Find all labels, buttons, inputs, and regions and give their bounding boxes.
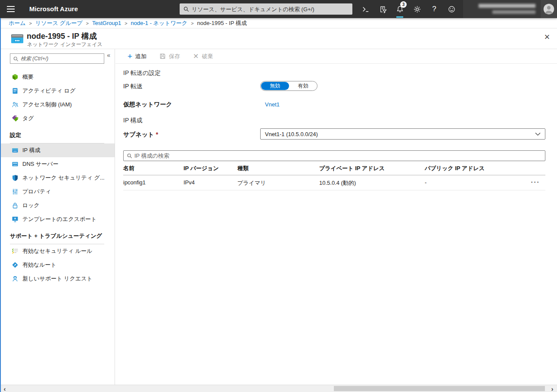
notification-count-badge: 3	[400, 1, 407, 8]
sidebar-item-label: テンプレートのエクスポート	[22, 215, 96, 223]
activity-log-icon	[12, 87, 19, 94]
search-icon	[13, 56, 19, 62]
account-info[interactable]	[463, 0, 541, 18]
sidebar-item-label: アクティビティ ログ	[22, 87, 75, 95]
locks-icon	[12, 202, 19, 209]
sidebar-item-ip-configurations[interactable]: IP 構成	[1, 143, 115, 157]
search-icon	[183, 6, 189, 12]
global-search-input[interactable]	[192, 6, 349, 12]
ipconfig-search-input[interactable]	[134, 152, 542, 159]
sidebar-item-activity-log[interactable]: アクティビティ ログ	[1, 84, 115, 98]
cell-ip-version: IPv4	[184, 179, 195, 186]
notification-active-underline	[396, 16, 403, 18]
effective-routes-icon	[12, 261, 19, 268]
scroll-right-icon[interactable]: ›	[548, 385, 556, 392]
sidebar-item-label: 概要	[22, 73, 34, 81]
column-header-type: 種類	[237, 165, 249, 172]
hamburger-menu-icon[interactable]	[0, 0, 22, 18]
command-bar: + 追加 保存 ✕ 破棄	[115, 49, 557, 64]
feedback-smiley-icon[interactable]	[443, 0, 460, 18]
account-name-redacted	[479, 4, 535, 8]
sidebar-item-access-control-iam[interactable]: アクセス制御 (IAM)	[1, 98, 115, 112]
sidebar-section-support: サポート + トラブルシューティング	[10, 226, 104, 244]
network-interface-icon	[10, 32, 24, 45]
ip-forwarding-toggle: 無効 有効	[260, 81, 317, 91]
subnet-dropdown[interactable]: Vnet1-1 (10.5.0.0/24)	[260, 128, 545, 140]
toggle-enabled-option[interactable]: 有効	[289, 81, 317, 90]
virtual-network-link[interactable]: Vnet1	[265, 101, 280, 108]
ip-forwarding-section-label: IP 転送の設定	[123, 69, 161, 77]
sidebar-section-settings: 設定	[10, 125, 104, 143]
add-button[interactable]: + 追加	[128, 52, 146, 60]
sidebar-item-overview[interactable]: 概要	[1, 70, 115, 84]
ip-configurations-icon	[12, 147, 19, 154]
export-template-icon	[12, 216, 19, 223]
breadcrumb-home[interactable]: ホーム	[9, 19, 26, 27]
sidebar-search-input[interactable]	[21, 56, 101, 62]
notifications-bell-icon[interactable]: 3	[391, 0, 408, 18]
settings-gear-icon[interactable]	[408, 0, 426, 18]
blade-header: node-1995 - IP 構成 ネットワーク インターフェイス ×	[0, 28, 557, 49]
global-search[interactable]	[180, 3, 352, 15]
ip-forwarding-label: IP 転送	[123, 83, 143, 90]
sidebar-item-label: IP 構成	[22, 146, 40, 154]
main-content: + 追加 保存 ✕ 破棄 IP 転送の設定 IP 転送 無効 有効 仮想ネットワ…	[115, 49, 557, 385]
sidebar-item-effective-routes[interactable]: 有効なルート	[1, 258, 115, 272]
save-button[interactable]: 保存	[159, 53, 180, 60]
scroll-left-icon[interactable]: ‹	[1, 385, 9, 392]
help-icon[interactable]: ?	[426, 0, 443, 18]
sidebar-item-locks[interactable]: ロック	[1, 199, 115, 212]
required-asterisk: *	[156, 131, 158, 138]
sidebar-item-new-support-request[interactable]: 新しいサポート リクエスト	[1, 272, 115, 286]
plus-icon: +	[128, 52, 132, 60]
breadcrumb-resource-groups[interactable]: リソース グループ	[35, 19, 82, 27]
sidebar-item-network-security-group[interactable]: ネットワーク セキュリティ グ...	[1, 171, 115, 185]
virtual-network-label: 仮想ネットワーク	[123, 101, 172, 109]
breadcrumb: ホーム > リソース グループ > TestGroup1 > node-1 - …	[0, 18, 557, 28]
network-security-group-icon	[12, 174, 19, 181]
sidebar-item-export-template[interactable]: テンプレートのエクスポート	[1, 212, 115, 226]
column-header-public-ip: パブリック IP アドレス	[425, 165, 485, 172]
effective-security-rules-icon	[12, 248, 19, 255]
sidebar-item-tags[interactable]: タグ	[1, 112, 115, 125]
cell-public-ip: -	[425, 179, 426, 186]
table-row-divider	[123, 190, 545, 190]
sidebar-item-label: 有効なルート	[22, 261, 56, 269]
cell-private-ip: 10.5.0.4 (動的)	[319, 179, 356, 187]
sidebar-search[interactable]	[10, 53, 104, 64]
account-directory-redacted	[492, 10, 535, 14]
breadcrumb-separator: >	[29, 21, 32, 26]
page-title: node-1995 - IP 構成	[27, 31, 97, 41]
sidebar-item-label: DNS サーバー	[22, 160, 59, 168]
directory-filter-icon[interactable]	[374, 0, 391, 18]
breadcrumb-testgroup1[interactable]: TestGroup1	[92, 20, 121, 26]
svg-text:www: www	[13, 164, 17, 166]
breadcrumb-separator: >	[124, 21, 127, 26]
sidebar-item-effective-security-rules[interactable]: 有効なセキュリティ ルール	[1, 244, 115, 258]
breadcrumb-separator: >	[86, 21, 89, 26]
sidebar-item-properties[interactable]: プロパティ	[1, 185, 115, 199]
search-icon	[127, 153, 132, 159]
discard-button[interactable]: ✕ 破棄	[193, 53, 213, 60]
cell-name: ipconfig1	[123, 179, 146, 186]
sidebar-item-dns-servers[interactable]: www DNS サーバー	[1, 157, 115, 171]
discard-x-icon: ✕	[193, 53, 199, 60]
subnet-selected-value: Vnet1-1 (10.5.0.0/24)	[265, 131, 318, 137]
scrollbar-thumb[interactable]	[334, 386, 545, 391]
sidebar-collapse-icon[interactable]: «	[105, 51, 112, 59]
breadcrumb-current: node-1995 - IP 構成	[197, 19, 247, 27]
cell-type: プライマリ	[237, 179, 266, 187]
sidebar-item-label: ネットワーク セキュリティ グ...	[22, 174, 105, 182]
breadcrumb-node1-network[interactable]: node-1 - ネットワーク	[131, 19, 188, 27]
cloud-shell-icon[interactable]	[357, 0, 374, 18]
ipconfig-search[interactable]	[123, 150, 545, 161]
sidebar: « 概要 アクティビティ ログ アクセス制御 (IAM) タグ 設定 IP 構成…	[1, 49, 115, 385]
avatar[interactable]	[541, 0, 557, 18]
toggle-disabled-option[interactable]: 無効	[261, 82, 289, 90]
close-icon[interactable]: ×	[541, 31, 554, 44]
row-context-menu-icon[interactable]: ···	[527, 177, 544, 187]
brand-title: Microsoft Azure	[29, 0, 78, 18]
topbar-icon-group: 3 ?	[357, 0, 460, 18]
horizontal-scrollbar[interactable]: ‹ ›	[0, 385, 557, 392]
column-header-ip-version: IP バージョン	[184, 165, 219, 172]
